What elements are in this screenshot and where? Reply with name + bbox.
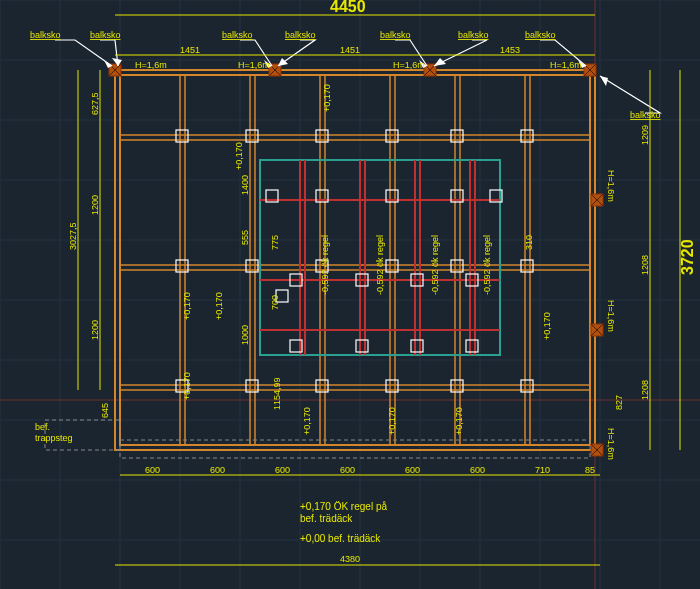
right-dimensions: 3720 1209 1208 1208 827 — [614, 70, 696, 450]
posts — [176, 130, 533, 392]
h16-right: H=1,6m — [606, 170, 616, 202]
svg-text:+0,170 ÖK regel på: +0,170 ÖK regel på — [300, 501, 387, 512]
bef-trappsteg — [45, 420, 590, 458]
dim-top-span: 1451 — [180, 45, 200, 55]
dim-inner-l2: 1154,99 — [272, 377, 282, 410]
dim-left-span: 1200 — [90, 320, 100, 340]
svg-text:+0,170: +0,170 — [387, 407, 397, 435]
dim-inner: 1400 — [240, 175, 250, 195]
bef-trappsteg-label: trappsteg — [35, 433, 73, 443]
balksko-label: balksko — [458, 30, 489, 40]
svg-text:-0,592 ök regel: -0,592 ök regel — [375, 235, 385, 295]
balksko-label: balksko — [285, 30, 316, 40]
svg-text:+0,170: +0,170 — [322, 84, 332, 112]
h16-label: H=1,6m — [550, 60, 582, 70]
top-dimensions: 4450 1451 1451 1453 — [115, 0, 595, 55]
dim-inner: 555 — [240, 230, 250, 245]
dim-right-span: 1208 — [640, 380, 650, 400]
h16-right: H=1,6m — [606, 300, 616, 332]
dim-inner: 1000 — [240, 325, 250, 345]
dim-right-small: 827 — [614, 395, 624, 410]
balksko-label: balksko — [90, 30, 121, 40]
svg-text:600: 600 — [340, 465, 355, 475]
balksko-label: balksko — [222, 30, 253, 40]
svg-text:+0,170: +0,170 — [302, 407, 312, 435]
dim-right-span: 1209 — [640, 125, 650, 145]
balksko-label: balksko — [525, 30, 556, 40]
svg-rect-79 — [356, 340, 368, 352]
h16-label: H=1,6m — [238, 60, 270, 70]
notes: +0,170 ÖK regel på bef. trädäck +0,00 be… — [300, 501, 387, 544]
dim-right-small: 310 — [524, 235, 534, 250]
balksko-label: balksko — [630, 110, 661, 120]
svg-text:600: 600 — [275, 465, 290, 475]
balksko-label: balksko — [380, 30, 411, 40]
h16-label: H=1,6m — [393, 60, 425, 70]
svg-marker-112 — [278, 58, 288, 66]
svg-rect-81 — [466, 340, 478, 352]
h16-right: H=1,6m — [606, 428, 616, 460]
plus-labels: +0,170 +0,170 +0,170 +0,170 +0,170 +0,17… — [182, 84, 552, 435]
bef-trappsteg-label: bef. — [35, 422, 50, 432]
h16-label: H=1,6m — [135, 60, 167, 70]
left-dimensions: 3027,5 627,5 1200 1200 645 — [68, 70, 110, 418]
svg-rect-80 — [411, 340, 423, 352]
dim-inner: 700 — [270, 295, 280, 310]
dim-right-span: 1208 — [640, 255, 650, 275]
cad-drawing: H=1,6m H=1,6m H=1,6m H=1,6m H=1,6m H=1,6… — [0, 0, 700, 589]
dim-top-main: 4450 — [330, 0, 366, 15]
balksko-label: balksko — [30, 30, 61, 40]
dim-left-total: 3027,5 — [68, 222, 78, 250]
svg-text:+0,170: +0,170 — [234, 142, 244, 170]
svg-marker-114 — [434, 58, 446, 66]
svg-text:710: 710 — [535, 465, 550, 475]
svg-text:bef. trädäck: bef. trädäck — [300, 513, 353, 524]
svg-text:+0,170: +0,170 — [542, 312, 552, 340]
svg-text:+0,00 bef. trädäck: +0,00 bef. trädäck — [300, 533, 381, 544]
svg-text:600: 600 — [210, 465, 225, 475]
svg-text:+0,170: +0,170 — [182, 372, 192, 400]
svg-text:600: 600 — [145, 465, 160, 475]
dim-left-span: 627,5 — [90, 92, 100, 115]
dim-left-span: 1200 — [90, 195, 100, 215]
svg-text:+0,170: +0,170 — [182, 292, 192, 320]
dim-bottom-main: 4380 — [340, 554, 360, 564]
dim-inner: 775 — [270, 235, 280, 250]
dim-right-main: 3720 — [679, 239, 696, 275]
svg-text:-0,592 ök regel: -0,592 ök regel — [320, 235, 330, 295]
svg-text:-0,592 ök regel: -0,592 ök regel — [430, 235, 440, 295]
svg-text:85: 85 — [585, 465, 595, 475]
dim-top-span: 1451 — [340, 45, 360, 55]
dim-left-small: 645 — [100, 403, 110, 418]
svg-text:+0,170: +0,170 — [454, 407, 464, 435]
dim-top-span: 1453 — [500, 45, 520, 55]
svg-text:600: 600 — [470, 465, 485, 475]
svg-marker-116 — [600, 76, 608, 86]
svg-text:+0,170: +0,170 — [214, 292, 224, 320]
svg-text:600: 600 — [405, 465, 420, 475]
svg-text:-0,592 ök regel: -0,592 ök regel — [482, 235, 492, 295]
